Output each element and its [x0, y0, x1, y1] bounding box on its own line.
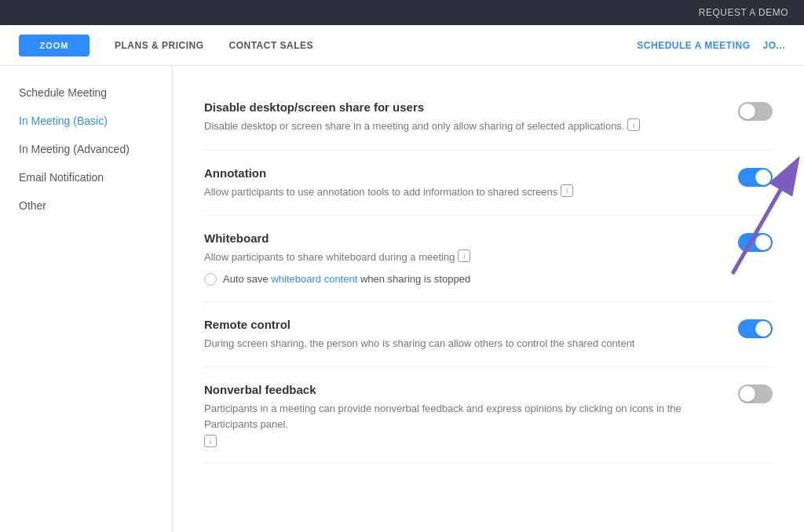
toggle-knob-disable-desktop: [740, 104, 755, 119]
autosave-checkbox-row: Auto save whiteboard content when sharin…: [204, 273, 707, 286]
toggle-knob-remote-control: [755, 321, 771, 337]
autosave-label: Auto save whiteboard content when sharin…: [223, 273, 470, 285]
setting-desc-nonverbal: Participants in a meeting can provide no…: [204, 401, 707, 447]
setting-desc-whiteboard: Allow participants to share whiteboard d…: [204, 250, 707, 265]
toggle-area-disable-desktop: [738, 100, 773, 124]
setting-row-remote-control: Remote control During screen sharing, th…: [204, 302, 773, 368]
join-link[interactable]: JO...: [762, 40, 785, 51]
request-demo-link[interactable]: REQUEST A DEMO: [699, 7, 788, 18]
main-layout: Schedule Meeting In Meeting (Basic) In M…: [0, 66, 804, 532]
nav-actions: SCHEDULE A MEETING JO...: [637, 40, 785, 51]
setting-info-whiteboard: Whiteboard Allow participants to share w…: [204, 231, 738, 286]
nav-bar: ZOOM PLANS & PRICING CONTACT SALES SCHED…: [0, 25, 804, 66]
top-bar: REQUEST A DEMO: [0, 0, 804, 25]
setting-title-annotation: Annotation: [204, 166, 707, 180]
setting-row-whiteboard: Whiteboard Allow participants to share w…: [204, 216, 773, 302]
toggle-disable-desktop[interactable]: [738, 102, 773, 121]
setting-title-disable-desktop: Disable desktop/screen share for users: [204, 100, 707, 114]
setting-title-nonverbal: Nonverbal feedback: [204, 383, 707, 396]
setting-desc-remote-control: During screen sharing, the person who is…: [204, 336, 707, 352]
toggle-annotation[interactable]: [738, 168, 773, 187]
setting-title-whiteboard: Whiteboard: [204, 231, 707, 245]
sidebar-item-schedule-meeting[interactable]: Schedule Meeting: [0, 78, 172, 107]
toggle-area-remote-control: [738, 318, 773, 341]
setting-info-remote-control: Remote control During screen sharing, th…: [204, 318, 738, 352]
whiteboard-highlight: whiteboard content: [271, 273, 357, 285]
info-icon-nonverbal[interactable]: i: [204, 435, 217, 447]
sidebar-item-in-meeting-basic[interactable]: In Meeting (Basic): [0, 107, 172, 135]
autosave-checkbox[interactable]: [204, 273, 217, 286]
sidebar: Schedule Meeting In Meeting (Basic) In M…: [0, 66, 173, 532]
logo: ZOOM: [19, 35, 90, 56]
setting-title-remote-control: Remote control: [204, 318, 707, 331]
setting-desc-disable-desktop: Disable desktop or screen share in a mee…: [204, 118, 707, 134]
setting-row-disable-desktop: Disable desktop/screen share for users D…: [204, 85, 773, 151]
toggle-whiteboard[interactable]: [738, 233, 773, 252]
toggle-remote-control[interactable]: [738, 319, 773, 338]
info-icon-annotation[interactable]: i: [561, 184, 573, 197]
settings-content: Disable desktop/screen share for users D…: [173, 66, 804, 532]
contact-sales-link[interactable]: CONTACT SALES: [229, 40, 314, 51]
info-icon-whiteboard[interactable]: i: [458, 250, 470, 262]
toggle-nonverbal[interactable]: [738, 384, 773, 403]
setting-row-nonverbal: Nonverbal feedback Participants in a mee…: [204, 367, 773, 464]
toggle-knob-nonverbal: [740, 386, 755, 402]
toggle-knob-annotation: [755, 169, 771, 185]
setting-info-disable-desktop: Disable desktop/screen share for users D…: [204, 100, 738, 134]
sidebar-item-email-notification[interactable]: Email Notification: [0, 163, 172, 191]
toggle-area-annotation: [738, 166, 773, 190]
schedule-meeting-link[interactable]: SCHEDULE A MEETING: [637, 40, 750, 51]
plans-pricing-link[interactable]: PLANS & PRICING: [115, 40, 204, 51]
setting-info-annotation: Annotation Allow participants to use ann…: [204, 166, 738, 200]
setting-info-nonverbal: Nonverbal feedback Participants in a mee…: [204, 383, 738, 447]
sidebar-item-in-meeting-advanced[interactable]: In Meeting (Advanced): [0, 135, 172, 163]
setting-desc-annotation: Allow participants to use annotation too…: [204, 184, 707, 200]
toggle-area-nonverbal: [738, 383, 773, 406]
sidebar-item-other[interactable]: Other: [0, 191, 172, 220]
toggle-knob-whiteboard: [755, 235, 771, 250]
setting-row-annotation: Annotation Allow participants to use ann…: [204, 151, 773, 217]
toggle-area-whiteboard: [738, 231, 773, 255]
nav-links: PLANS & PRICING CONTACT SALES: [115, 40, 637, 51]
info-icon-disable-desktop[interactable]: i: [627, 118, 640, 131]
